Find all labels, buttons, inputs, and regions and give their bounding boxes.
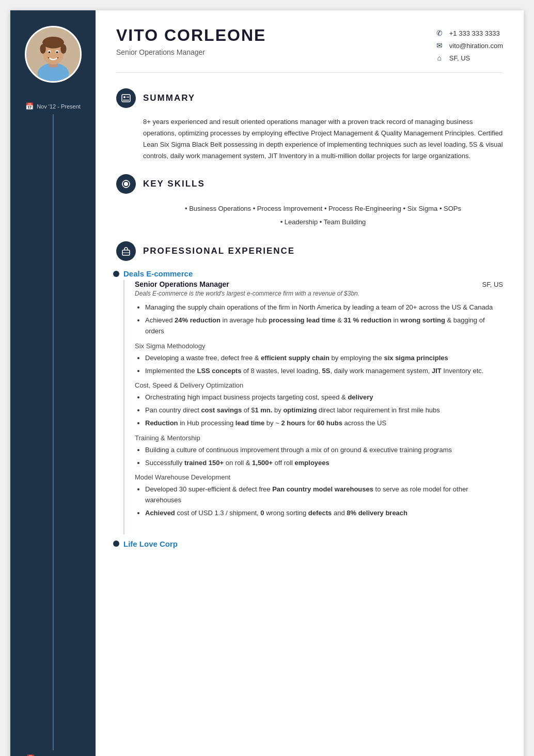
svg-point-4 <box>42 37 64 49</box>
sidebar-timeline: 📅 Nov '12 - Present 📅 Aug '09 - Oct '12 <box>10 93 96 756</box>
job-desc-1: Deals E-commerce is the world's largest … <box>135 290 503 297</box>
svg-point-10 <box>56 51 58 53</box>
bullet-group-1: Managing the supply chain operations of … <box>145 302 503 336</box>
bullet-3-3: Reduction in Hub processing lead time by… <box>145 418 503 429</box>
job-header-1: Senior Operations Manager SF, US <box>135 280 503 288</box>
experience-icon <box>116 241 136 261</box>
svg-rect-14 <box>123 100 129 101</box>
bullet-3-2: Pan country direct cost savings of $1 mn… <box>145 405 503 416</box>
location-value: SF, US <box>449 54 470 62</box>
svg-point-5 <box>40 44 45 54</box>
timeline-entry-2: 📅 Aug '09 - Oct '12 <box>10 750 96 756</box>
skills-line-1: • Business Operations • Process Improvem… <box>143 202 503 215</box>
bullet-1-1: Managing the supply chain operations of … <box>145 302 503 313</box>
summary-title: SUMMARY <box>143 93 195 103</box>
header-left: VITO CORLEONE Senior Operations Manager <box>116 26 266 56</box>
svg-point-9 <box>48 51 50 53</box>
contact-location: ⌂ SF, US <box>435 54 503 62</box>
bullet-2-2: Implemented the LSS concepts of 8 wastes… <box>145 366 503 377</box>
calendar-icon-1: 📅 <box>25 102 34 110</box>
email-icon: ✉ <box>435 41 444 50</box>
timeline-date-2: 📅 Aug '09 - Oct '12 <box>24 750 82 756</box>
skills-icon <box>116 174 136 194</box>
phone-value: +1 333 333 3333 <box>449 29 500 37</box>
sidebar: 📅 Nov '12 - Present 📅 Aug '09 - Oct '12 <box>10 10 96 756</box>
timeline-entry-1: 📅 Nov '12 - Present <box>10 98 96 114</box>
experience-header: PROFESSIONAL EXPERIENCE <box>116 241 503 261</box>
company-name-2: Life Love Corp <box>116 539 503 548</box>
experience-section: PROFESSIONAL EXPERIENCE Deals E-commerce… <box>116 241 503 548</box>
summary-text: 8+ years experienced and result oriented… <box>143 116 503 162</box>
summary-icon <box>116 88 136 108</box>
skills-section: KEY SKILLS • Business Operations • Proce… <box>116 174 503 229</box>
resume-container: 📅 Nov '12 - Present 📅 Aug '09 - Oct '12 … <box>10 10 524 756</box>
svg-point-15 <box>124 182 128 186</box>
bullet-group-2: Developing a waste free, defect free & e… <box>145 353 503 377</box>
skills-list: • Business Operations • Process Improvem… <box>143 202 503 229</box>
skills-line-2: • Leadership • Team Building <box>143 215 503 229</box>
job-title-1: Senior Operations Manager <box>135 280 229 288</box>
bullet-1-2: Achieved 24% reduction in average hub pr… <box>145 315 503 337</box>
company-name-1: Deals E-commerce <box>116 269 503 278</box>
avatar <box>25 26 82 83</box>
svg-rect-13 <box>127 97 129 98</box>
bullet-5-1: Developed 30 super-efficient & defect fr… <box>145 484 503 506</box>
svg-point-12 <box>123 96 125 98</box>
timeline-date-1: 📅 Nov '12 - Present <box>23 98 83 114</box>
skills-title: KEY SKILLS <box>143 179 205 189</box>
skills-header: KEY SKILLS <box>116 174 503 194</box>
header-right: ✆ +1 333 333 3333 ✉ vito@hiration.com ⌂ … <box>435 29 503 62</box>
header-section: VITO CORLEONE Senior Operations Manager … <box>116 26 503 73</box>
bullet-group-3: Orchestrating high impact business proje… <box>145 392 503 428</box>
bullet-5-2: Achieved cost of USD 1.3 / shipment, 0 w… <box>145 508 503 519</box>
experience-title: PROFESSIONAL EXPERIENCE <box>143 246 295 256</box>
company-dot-1 <box>113 271 119 277</box>
bullet-4-2: Successfully trained 150+ on roll & 1,50… <box>145 458 503 469</box>
contact-phone: ✆ +1 333 333 3333 <box>435 29 503 37</box>
summary-header: SUMMARY <box>116 88 503 108</box>
svg-rect-11 <box>122 95 130 102</box>
subsection-label-training: Training & Mentorship <box>135 434 503 442</box>
main-content: VITO CORLEONE Senior Operations Manager … <box>96 10 524 756</box>
svg-point-6 <box>60 44 66 54</box>
bullet-group-4: Building a culture of continuous improve… <box>145 445 503 469</box>
summary-section: SUMMARY 8+ years experienced and result … <box>116 88 503 162</box>
bullet-group-5: Developed 30 super-efficient & defect fr… <box>145 484 503 518</box>
timeline-line-1 <box>53 114 54 750</box>
experience-entry-1: Deals E-commerce Senior Operations Manag… <box>116 269 503 534</box>
bullet-2-1: Developing a waste free, defect free & e… <box>145 353 503 364</box>
email-value: vito@hiration.com <box>449 42 503 50</box>
job-location-1: SF, US <box>482 281 503 288</box>
phone-icon: ✆ <box>435 29 444 37</box>
subsection-label-sixsigma: Six Sigma Methodology <box>135 342 503 350</box>
subsection-label-cost: Cost, Speed & Delivery Optimization <box>135 381 503 389</box>
experience-block-1: Senior Operations Manager SF, US Deals E… <box>123 280 503 534</box>
bullet-3-1: Orchestrating high impact business proje… <box>145 392 503 403</box>
location-icon: ⌂ <box>435 54 444 62</box>
company-dot-2 <box>113 541 119 547</box>
candidate-name: VITO CORLEONE <box>116 26 266 45</box>
contact-email: ✉ vito@hiration.com <box>435 41 503 50</box>
subsection-label-warehouse: Model Warehouse Development <box>135 473 503 481</box>
candidate-title: Senior Operations Manager <box>116 48 266 56</box>
bullet-4-1: Building a culture of continuous improve… <box>145 445 503 456</box>
